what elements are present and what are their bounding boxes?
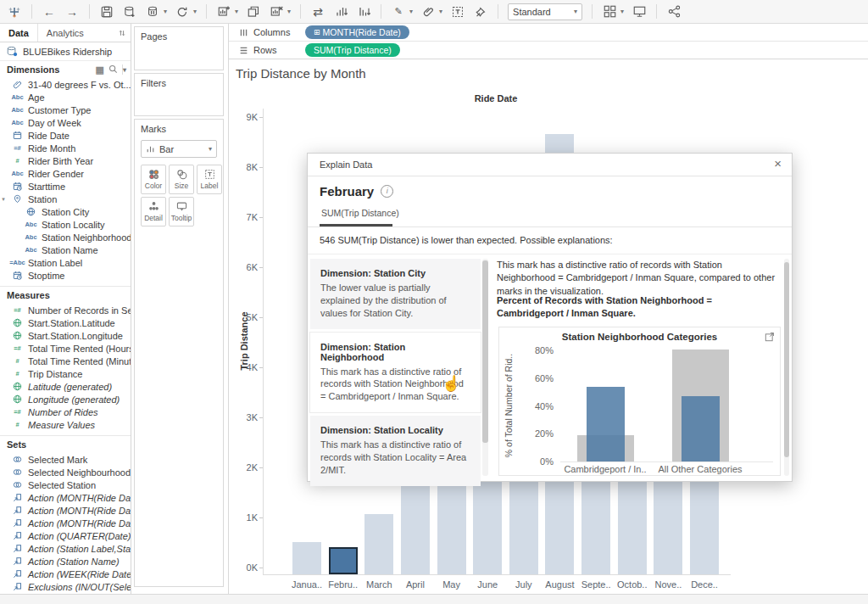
set-row[interactable]: Action (MONTH(Ride Dat... — [0, 504, 131, 517]
field-row[interactable]: Station City — [0, 205, 131, 218]
highlight-icon[interactable]: ✎ — [391, 4, 406, 20]
mark-type-dropdown[interactable]: Bar ▾ — [141, 140, 217, 158]
field-row[interactable]: # Rider Birth Year — [0, 154, 131, 167]
caret-icon[interactable]: ▾ — [235, 8, 238, 15]
explanation-card[interactable]: Dimension: Station Locality This mark ha… — [310, 416, 481, 486]
open-chart-icon[interactable] — [765, 332, 775, 344]
scrollbar-thumb[interactable] — [784, 262, 789, 457]
tab-data[interactable]: Data — [0, 24, 37, 42]
datasource-row[interactable]: BLUEBikes Ridership — [0, 42, 131, 61]
set-row[interactable]: Action (MONTH(Ride Dat... — [0, 517, 131, 529]
set-row[interactable]: Selected Neighbourhood — [0, 466, 131, 478]
bar-Febru..[interactable] — [329, 547, 358, 574]
explanation-card[interactable]: Dimension: Station City The lower value … — [310, 259, 481, 329]
label-button[interactable]: Label — [197, 165, 222, 194]
mark-labels-icon[interactable] — [450, 4, 465, 20]
shelf-pill[interactable]: ⊞ MONTH(Ride Date) — [305, 25, 409, 39]
caret-icon[interactable]: ▾ — [164, 8, 167, 15]
run-updates-icon[interactable] — [175, 4, 190, 20]
field-row[interactable]: Abc Customer Type — [0, 103, 131, 116]
view-as-grid-icon[interactable]: ▦ — [96, 64, 104, 76]
field-row[interactable]: =# Number of Rides — [0, 405, 131, 418]
field-row[interactable]: Stoptime — [0, 269, 131, 282]
field-row[interactable]: Abc Rider Gender — [0, 167, 131, 180]
presentation-mode-icon[interactable] — [632, 4, 647, 20]
selected-mark-bar-2[interactable] — [682, 396, 720, 461]
shelf-pill[interactable]: SUM(Trip Distance) — [305, 43, 400, 57]
field-row[interactable]: # Trip Distance — [0, 367, 131, 380]
color-button[interactable]: Color — [141, 165, 166, 194]
field-row[interactable]: 31-40 degrees F vs. Ot... — [0, 78, 131, 91]
redo-icon[interactable]: → — [64, 4, 80, 20]
caret-icon[interactable]: ▾ — [123, 66, 126, 74]
undo-icon[interactable]: ← — [42, 4, 57, 20]
save-icon[interactable] — [99, 4, 114, 20]
field-row[interactable]: # Measure Values — [0, 418, 131, 431]
bar-Janua..[interactable] — [292, 542, 321, 574]
caret-icon[interactable]: ▾ — [409, 8, 413, 15]
close-icon[interactable]: × — [774, 156, 782, 171]
detail-button[interactable]: Detail — [141, 197, 166, 226]
set-row[interactable]: Action (Station Name) — [0, 555, 131, 568]
field-row[interactable]: =# Number of Records in Sel... — [0, 304, 131, 316]
set-row[interactable]: Exclusions (IN/OUT(Selec... — [0, 580, 131, 593]
sort-descending-icon[interactable] — [356, 4, 371, 20]
swap-rows-columns-icon[interactable]: ⇄ — [310, 4, 326, 20]
pause-updates-icon[interactable] — [145, 4, 160, 20]
info-icon[interactable]: i — [381, 185, 393, 198]
clear-sheet-icon[interactable] — [269, 4, 284, 20]
caret-icon[interactable]: ▾ — [193, 8, 197, 15]
explanations-scrollbar[interactable] — [482, 259, 488, 476]
field-row[interactable]: =# Ride Month — [0, 142, 131, 154]
pane-sort-icon[interactable] — [118, 24, 131, 42]
caret-icon[interactable]: ▾ — [620, 8, 624, 15]
show-hide-cards-icon[interactable] — [602, 4, 617, 20]
set-row[interactable]: Action (QUARTER(Date),... — [0, 529, 131, 542]
expander-icon[interactable]: ▾ — [0, 196, 7, 203]
field-row[interactable]: Latitude (generated) — [0, 380, 131, 393]
field-row[interactable]: =Abc Station Label — [0, 256, 131, 269]
selected-mark-bar-1[interactable] — [587, 387, 625, 461]
field-row[interactable]: ▾ Station — [0, 193, 131, 205]
field-row[interactable]: Start.Station.Longitude — [0, 329, 131, 342]
fix-axes-icon[interactable] — [473, 4, 488, 20]
tab-sum-trip-distance[interactable]: SUM(Trip Distance) — [321, 208, 399, 218]
set-row[interactable]: Action (MONTH(Ride Dat... — [0, 491, 131, 504]
set-row[interactable]: Action (Station Label,Stati... — [0, 542, 131, 555]
field-row[interactable]: Abc Age — [0, 91, 131, 103]
field-row[interactable]: Abc Station Neighborhood — [0, 231, 131, 243]
detail-scrollbar[interactable] — [784, 259, 789, 476]
set-row[interactable]: Selected Station — [0, 478, 131, 491]
field-row[interactable]: Abc Station Name — [0, 243, 131, 256]
field-row[interactable]: Longitude (generated) — [0, 393, 131, 405]
caret-icon[interactable]: ▾ — [439, 8, 442, 15]
new-worksheet-icon[interactable] — [216, 4, 231, 20]
sort-ascending-icon[interactable] — [333, 4, 348, 20]
duplicate-sheet-icon[interactable] — [246, 4, 261, 20]
tooltip-button[interactable]: Tooltip — [169, 197, 194, 226]
tab-analytics[interactable]: Analytics — [37, 24, 92, 42]
field-row[interactable]: Abc Station Locality — [0, 218, 131, 231]
filters-card[interactable]: Filters — [134, 73, 224, 116]
explanation-card[interactable]: Dimension: Station Neighborhood This mar… — [310, 333, 481, 413]
set-row[interactable]: Action (WEEK(Ride Date)) — [0, 568, 131, 580]
field-row[interactable]: Start.Station.Latitude — [0, 316, 131, 329]
fit-selector[interactable]: Standard ▾ — [508, 3, 582, 20]
bar-March[interactable] — [364, 514, 393, 574]
set-row[interactable]: Selected Mark — [0, 453, 131, 466]
new-datasource-icon[interactable] — [122, 4, 137, 20]
columns-shelf[interactable]: Columns ⊞ MONTH(Ride Date) — [229, 24, 868, 42]
field-row[interactable]: Abc Day of Week — [0, 116, 131, 129]
field-row[interactable]: =# Total Time Rented (Hours) — [0, 342, 131, 355]
share-icon[interactable] — [666, 4, 682, 20]
field-row[interactable]: # Total Time Rented (Minute... — [0, 355, 131, 367]
rows-shelf[interactable]: Rows SUM(Trip Distance) — [229, 42, 868, 59]
scrollbar-thumb[interactable] — [482, 260, 488, 443]
field-row[interactable]: Starttime — [0, 180, 131, 193]
dialog-header[interactable]: Explain Data × — [308, 154, 792, 176]
field-row[interactable]: Ride Date — [0, 129, 131, 142]
caret-icon[interactable]: ▾ — [287, 8, 291, 15]
tableau-logo-icon[interactable] — [7, 4, 22, 20]
pages-card[interactable]: Pages — [134, 26, 224, 70]
size-button[interactable]: Size — [169, 165, 194, 194]
